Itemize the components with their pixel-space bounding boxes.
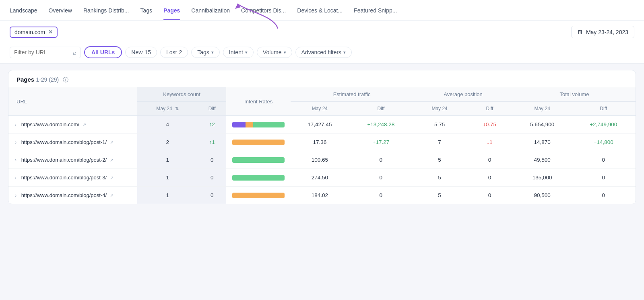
intent-cell bbox=[226, 169, 291, 187]
volume-cell: 49,500 bbox=[513, 151, 572, 169]
traffic-diff-cell: 0 bbox=[349, 187, 413, 204]
diff-positive: +14,800 bbox=[594, 139, 613, 145]
diff-down-indicator: ↓0.75 bbox=[483, 121, 496, 127]
date-range-picker[interactable]: 🗓 May 23-24, 2023 bbox=[571, 26, 634, 38]
volume-diff-cell: 0 bbox=[571, 169, 636, 187]
search-icon[interactable]: ⌕ bbox=[73, 49, 76, 56]
table-row: › https://www.domain.com/blog/post-2/ ↗ … bbox=[8, 151, 636, 169]
advanced-filters-button[interactable]: Advanced filters ▾ bbox=[295, 47, 352, 58]
url-cell: › https://www.domain.com/blog/post-2/ ↗ bbox=[8, 151, 137, 169]
intent-segment bbox=[253, 122, 285, 127]
external-link-icon[interactable]: ↗ bbox=[110, 193, 114, 198]
toolbar: domain.com ✕ 🗓 May 23-24, 2023 bbox=[0, 21, 644, 43]
nav-item-competitors-dis---[interactable]: Competitors Dis... bbox=[241, 1, 286, 20]
intent-label: Intent bbox=[229, 49, 243, 55]
volume-filter-button[interactable]: Volume ▾ bbox=[257, 47, 292, 58]
kw-diff-cell: 0 bbox=[198, 187, 226, 204]
nav-item-overview[interactable]: Overview bbox=[49, 1, 72, 20]
info-icon: ⓘ bbox=[63, 76, 68, 83]
intent-segment bbox=[232, 157, 285, 163]
traffic-cell: 17,427.45 bbox=[291, 116, 349, 134]
expand-icon[interactable]: › bbox=[15, 140, 17, 145]
kw-may24-subheader[interactable]: May 24 ⇅ bbox=[137, 102, 198, 116]
pos-diff-subheader[interactable]: Diff bbox=[466, 102, 513, 116]
nav-item-landscape[interactable]: Landscape bbox=[10, 1, 37, 20]
url-link[interactable]: https://www.domain.com/ bbox=[21, 121, 80, 127]
volume-label: Volume bbox=[263, 49, 282, 55]
kw-count-cell: 2 bbox=[137, 134, 198, 151]
lost-filter-button[interactable]: Lost 2 bbox=[160, 47, 188, 58]
url-cell: › https://www.domain.com/blog/post-4/ ↗ bbox=[8, 187, 137, 204]
intent-segment bbox=[232, 193, 285, 198]
kw-diff-cell: 0 bbox=[198, 151, 226, 169]
traffic-diff-cell: 0 bbox=[349, 169, 413, 187]
traffic-diff-cell: +13,248.28 bbox=[349, 116, 413, 134]
volume-cell: 14,870 bbox=[513, 134, 572, 151]
traffic-cell: 274.50 bbox=[291, 169, 349, 187]
close-icon[interactable]: ✕ bbox=[48, 29, 53, 35]
avg-pos-cell: 5 bbox=[413, 169, 466, 187]
url-cell: › https://www.domain.com/blog/post-3/ ↗ bbox=[8, 169, 137, 187]
table-row: › https://www.domain.com/blog/post-3/ ↗ … bbox=[8, 169, 636, 187]
keywords-count-header: Keywords count bbox=[137, 87, 226, 102]
traffic-diff-subheader[interactable]: Diff bbox=[349, 102, 413, 116]
url-link[interactable]: https://www.domain.com/blog/post-4/ bbox=[21, 192, 107, 198]
volume-diff-cell: +14,800 bbox=[571, 134, 636, 151]
top-navigation: LandscapeOverviewRankings Distrib...Tags… bbox=[0, 0, 644, 21]
external-link-icon[interactable]: ↗ bbox=[110, 158, 114, 162]
tags-filter-button[interactable]: Tags ▾ bbox=[191, 47, 220, 58]
pos-diff-cell: 0 bbox=[466, 151, 513, 169]
kw-diff-subheader[interactable]: Diff bbox=[198, 102, 226, 116]
domain-badge[interactable]: domain.com ✕ bbox=[10, 27, 58, 38]
nav-item-cannibalization[interactable]: Cannibalization bbox=[191, 1, 230, 20]
external-link-icon[interactable]: ↗ bbox=[110, 140, 114, 145]
traffic-diff-cell: +17.27 bbox=[349, 134, 413, 151]
sort-icon: ⇅ bbox=[175, 106, 179, 111]
table-row: › https://www.domain.com/blog/post-1/ ↗ … bbox=[8, 134, 636, 151]
vol-may24-subheader[interactable]: May 24 bbox=[513, 102, 572, 116]
expand-icon[interactable]: › bbox=[15, 157, 17, 163]
expand-icon[interactable]: › bbox=[15, 175, 17, 181]
kw-count-cell: 4 bbox=[137, 116, 198, 134]
new-filter-button[interactable]: New 15 bbox=[125, 47, 157, 58]
kw-count-cell: 1 bbox=[137, 151, 198, 169]
intent-segment bbox=[246, 122, 254, 127]
intent-filter-button[interactable]: Intent ▾ bbox=[223, 47, 254, 58]
kw-diff-cell: 0 bbox=[198, 169, 226, 187]
date-range-label: May 23-24, 2023 bbox=[586, 29, 628, 35]
intent-segment bbox=[232, 122, 246, 127]
diff-positive: +17.27 bbox=[373, 139, 390, 145]
external-link-icon[interactable]: ↗ bbox=[83, 122, 86, 127]
url-filter-input-wrap[interactable]: ⌕ bbox=[10, 47, 81, 58]
volume-diff-cell: +2,749,900 bbox=[571, 116, 636, 134]
url-filter-input[interactable] bbox=[14, 49, 70, 55]
traffic-diff-cell: 0 bbox=[349, 151, 413, 169]
pos-diff-cell: 0 bbox=[466, 169, 513, 187]
nav-item-devices---locat---[interactable]: Devices & Locat... bbox=[297, 1, 343, 20]
lost-count: 2 bbox=[179, 49, 182, 55]
volume-header: Total volume bbox=[513, 87, 636, 102]
nav-item-pages[interactable]: Pages bbox=[163, 1, 180, 20]
nav-item-rankings-distrib---[interactable]: Rankings Distrib... bbox=[83, 1, 129, 20]
url-link[interactable]: https://www.domain.com/blog/post-2/ bbox=[21, 157, 107, 163]
traffic-may24-subheader[interactable]: May 24 bbox=[291, 102, 349, 116]
expand-icon[interactable]: › bbox=[15, 122, 17, 127]
kw-count-cell: 1 bbox=[137, 187, 198, 204]
position-header: Average position bbox=[413, 87, 513, 102]
all-urls-button[interactable]: All URLs bbox=[84, 46, 122, 58]
traffic-cell: 100.65 bbox=[291, 151, 349, 169]
traffic-cell: 17.36 bbox=[291, 134, 349, 151]
nav-item-tags[interactable]: Tags bbox=[140, 1, 152, 20]
nav-item-featured-snipp---[interactable]: Featured Snipp... bbox=[354, 1, 397, 20]
avg-pos-cell: 7 bbox=[413, 134, 466, 151]
pos-may24-subheader[interactable]: May 24 bbox=[413, 102, 466, 116]
lost-label: Lost bbox=[166, 49, 177, 55]
url-link[interactable]: https://www.domain.com/blog/post-1/ bbox=[21, 139, 107, 145]
external-link-icon[interactable]: ↗ bbox=[110, 175, 114, 180]
expand-icon[interactable]: › bbox=[15, 193, 17, 198]
vol-diff-subheader[interactable]: Diff bbox=[571, 102, 636, 116]
url-link[interactable]: https://www.domain.com/blog/post-3/ bbox=[21, 175, 107, 181]
pages-table: URL Keywords count Intent Rates Estimate… bbox=[8, 87, 636, 204]
chevron-down-icon: ▾ bbox=[343, 50, 346, 55]
traffic-header: Estimated traffic bbox=[291, 87, 413, 102]
